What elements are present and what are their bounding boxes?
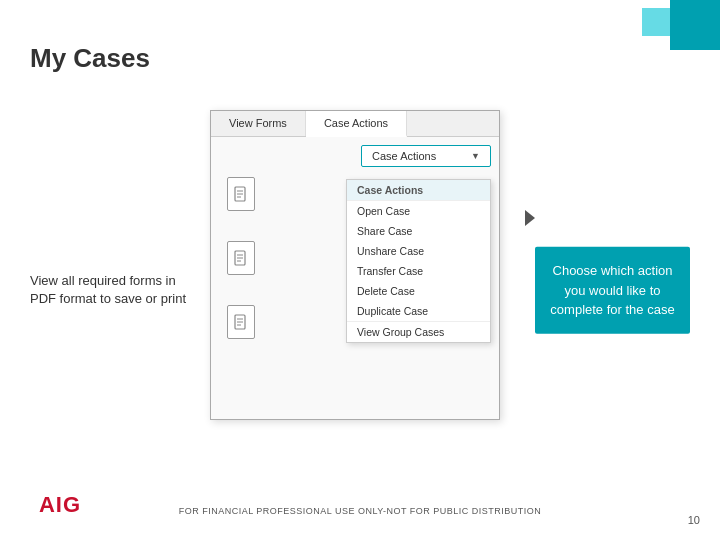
case-actions-dropdown: Case Actions Open Case Share Case Unshar… xyxy=(346,179,491,343)
pdf-icon-2 xyxy=(227,241,255,275)
dropdown-item-unshare-case[interactable]: Unshare Case xyxy=(347,241,490,261)
aig-logo: AIG xyxy=(30,490,90,520)
page-number: 10 xyxy=(688,514,700,526)
dropdown-item-open-case[interactable]: Open Case xyxy=(347,201,490,221)
decorative-squares xyxy=(640,0,720,80)
ui-panel: View Forms Case Actions Case Actions ▼ C… xyxy=(210,110,500,420)
tab-view-forms[interactable]: View Forms xyxy=(211,111,306,136)
main-content: View all required forms in PDF format to… xyxy=(30,110,690,470)
case-actions-button[interactable]: Case Actions ▼ xyxy=(361,145,491,167)
left-callout-text: View all required forms in PDF format to… xyxy=(30,273,186,306)
panel-content: Case Actions ▼ Case Actions Open Case Sh… xyxy=(211,137,499,347)
pdf-icon-3 xyxy=(227,305,255,339)
footer-text: FOR FINANCIAL PROFESSIONAL USE ONLY-NOT … xyxy=(179,506,542,516)
case-actions-arrow-icon: ▼ xyxy=(471,151,480,161)
case-actions-label: Case Actions xyxy=(372,150,436,162)
tabs-row: View Forms Case Actions xyxy=(211,111,499,137)
dropdown-item-share-case[interactable]: Share Case xyxy=(347,221,490,241)
dropdown-header: Case Actions xyxy=(347,180,490,200)
dropdown-item-view-group-cases[interactable]: View Group Cases xyxy=(347,322,490,342)
right-callout-text: Choose which action you would like to co… xyxy=(550,263,674,317)
dropdown-item-transfer-case[interactable]: Transfer Case xyxy=(347,261,490,281)
aig-logo-text: AIG xyxy=(39,492,81,518)
page-title: My Cases xyxy=(30,43,150,74)
pdf-icon-1 xyxy=(227,177,255,211)
right-callout: Choose which action you would like to co… xyxy=(535,247,690,334)
dropdown-item-delete-case[interactable]: Delete Case xyxy=(347,281,490,301)
dropdown-item-duplicate-case[interactable]: Duplicate Case xyxy=(347,301,490,321)
right-arrow-icon xyxy=(525,210,535,226)
tab-case-actions[interactable]: Case Actions xyxy=(306,111,407,137)
left-callout: View all required forms in PDF format to… xyxy=(30,272,230,308)
